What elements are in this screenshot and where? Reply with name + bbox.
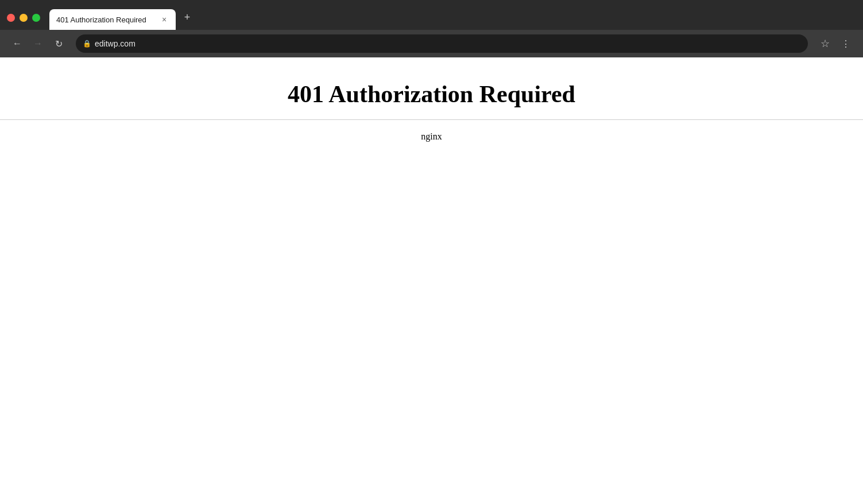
new-tab-button[interactable]: + [179, 9, 195, 25]
address-bar: ← → ↻ 🔒 editwp.com ☆ ⋮ [0, 30, 863, 57]
tab-bar: 401 Authorization Required × + [0, 0, 863, 30]
reload-button[interactable]: ↻ [51, 36, 67, 52]
bookmark-button[interactable]: ☆ [817, 36, 833, 52]
tab-title: 401 Authorization Required [56, 15, 155, 24]
error-heading: 401 Authorization Required [288, 80, 575, 108]
lock-icon: 🔒 [83, 40, 91, 48]
window-maximize-button[interactable] [32, 14, 40, 22]
window-close-button[interactable] [7, 14, 15, 22]
window-minimize-button[interactable] [20, 14, 28, 22]
server-label: nginx [421, 131, 442, 142]
browser-chrome: 401 Authorization Required × + ← → ↻ 🔒 e… [0, 0, 863, 57]
forward-button[interactable]: → [30, 36, 46, 52]
back-button[interactable]: ← [9, 36, 25, 52]
tab-close-button[interactable]: × [160, 15, 169, 24]
active-tab[interactable]: 401 Authorization Required × [49, 9, 176, 30]
window-controls [7, 14, 40, 22]
address-text: editwp.com [95, 39, 801, 48]
page-content: 401 Authorization Required nginx [0, 57, 863, 142]
address-input-wrapper[interactable]: 🔒 editwp.com [76, 34, 808, 53]
divider [0, 119, 863, 120]
menu-button[interactable]: ⋮ [838, 36, 854, 52]
